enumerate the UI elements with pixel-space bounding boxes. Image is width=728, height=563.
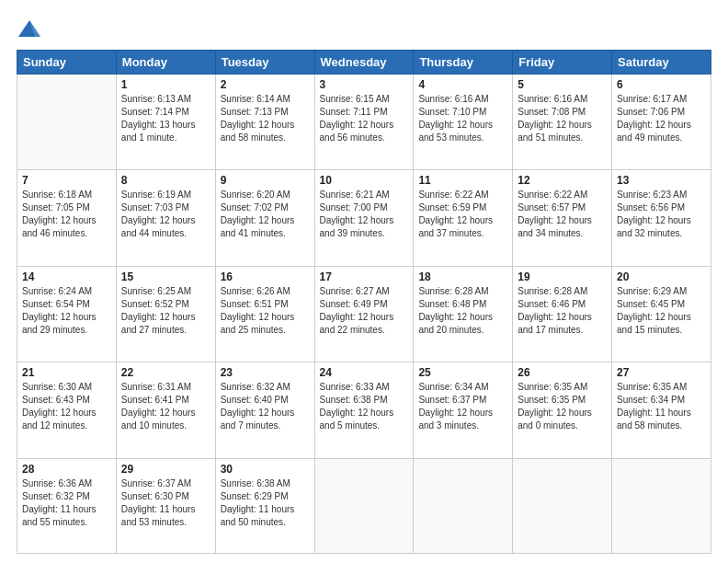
col-header-monday: Monday [116,51,215,75]
day-info: Sunrise: 6:35 AM Sunset: 6:34 PM Dayligh… [617,381,706,432]
calendar-cell: 6Sunrise: 6:17 AM Sunset: 7:06 PM Daylig… [612,75,711,170]
day-number: 21 [22,366,111,379]
day-number: 11 [418,174,507,187]
day-info: Sunrise: 6:21 AM Sunset: 7:00 PM Dayligh… [320,189,409,240]
calendar-week-row: 7Sunrise: 6:18 AM Sunset: 7:05 PM Daylig… [17,170,711,266]
day-number: 24 [320,366,409,379]
day-number: 19 [518,270,607,283]
day-number: 28 [22,463,111,476]
calendar-cell: 15Sunrise: 6:25 AM Sunset: 6:52 PM Dayli… [116,266,215,362]
day-info: Sunrise: 6:26 AM Sunset: 6:51 PM Dayligh… [221,285,310,337]
logo [17,17,46,42]
calendar-cell: 21Sunrise: 6:30 AM Sunset: 6:43 PM Dayli… [17,362,117,458]
calendar-cell: 25Sunrise: 6:34 AM Sunset: 6:37 PM Dayli… [414,362,513,458]
calendar-cell: 11Sunrise: 6:22 AM Sunset: 6:59 PM Dayli… [414,170,513,266]
calendar-cell: 1Sunrise: 6:13 AM Sunset: 7:14 PM Daylig… [116,75,215,170]
calendar-cell: 4Sunrise: 6:16 AM Sunset: 7:10 PM Daylig… [414,75,513,170]
day-info: Sunrise: 6:13 AM Sunset: 7:14 PM Dayligh… [121,93,210,144]
calendar-cell: 9Sunrise: 6:20 AM Sunset: 7:02 PM Daylig… [215,170,314,266]
calendar-cell: 14Sunrise: 6:24 AM Sunset: 6:54 PM Dayli… [17,266,117,362]
day-info: Sunrise: 6:29 AM Sunset: 6:45 PM Dayligh… [617,285,706,337]
page-header [17,17,711,42]
day-info: Sunrise: 6:35 AM Sunset: 6:35 PM Dayligh… [518,381,607,432]
calendar-cell: 3Sunrise: 6:15 AM Sunset: 7:11 PM Daylig… [314,75,414,170]
day-number: 3 [320,78,409,91]
day-number: 18 [418,270,507,283]
calendar-cell: 12Sunrise: 6:22 AM Sunset: 6:57 PM Dayli… [513,170,612,266]
day-info: Sunrise: 6:37 AM Sunset: 6:30 PM Dayligh… [121,477,210,529]
calendar-week-row: 28Sunrise: 6:36 AM Sunset: 6:32 PM Dayli… [17,458,711,553]
day-info: Sunrise: 6:16 AM Sunset: 7:08 PM Dayligh… [518,93,607,144]
day-info: Sunrise: 6:28 AM Sunset: 6:48 PM Dayligh… [418,285,507,337]
day-number: 6 [617,78,706,91]
day-info: Sunrise: 6:22 AM Sunset: 6:57 PM Dayligh… [518,189,607,240]
calendar-cell: 2Sunrise: 6:14 AM Sunset: 7:13 PM Daylig… [215,75,314,170]
day-info: Sunrise: 6:22 AM Sunset: 6:59 PM Dayligh… [418,189,507,240]
logo-icon [17,17,42,42]
calendar-cell: 18Sunrise: 6:28 AM Sunset: 6:48 PM Dayli… [414,266,513,362]
calendar-cell: 16Sunrise: 6:26 AM Sunset: 6:51 PM Dayli… [215,266,314,362]
calendar-cell: 26Sunrise: 6:35 AM Sunset: 6:35 PM Dayli… [513,362,612,458]
day-number: 12 [518,174,607,187]
day-number: 25 [418,366,507,379]
day-number: 9 [221,174,310,187]
calendar-cell [513,458,612,553]
day-number: 2 [221,78,310,91]
day-info: Sunrise: 6:19 AM Sunset: 7:03 PM Dayligh… [121,189,210,240]
day-info: Sunrise: 6:28 AM Sunset: 6:46 PM Dayligh… [518,285,607,337]
calendar-table: SundayMondayTuesdayWednesdayThursdayFrid… [17,50,711,554]
calendar-cell [612,458,711,553]
day-number: 16 [221,270,310,283]
calendar-cell: 13Sunrise: 6:23 AM Sunset: 6:56 PM Dayli… [612,170,711,266]
calendar-cell: 30Sunrise: 6:38 AM Sunset: 6:29 PM Dayli… [215,458,314,553]
calendar-cell [314,458,414,553]
day-number: 30 [221,463,310,476]
day-info: Sunrise: 6:14 AM Sunset: 7:13 PM Dayligh… [221,93,310,144]
day-info: Sunrise: 6:30 AM Sunset: 6:43 PM Dayligh… [22,381,111,432]
col-header-thursday: Thursday [414,51,513,75]
calendar-cell: 27Sunrise: 6:35 AM Sunset: 6:34 PM Dayli… [612,362,711,458]
calendar-cell: 22Sunrise: 6:31 AM Sunset: 6:41 PM Dayli… [116,362,215,458]
day-info: Sunrise: 6:31 AM Sunset: 6:41 PM Dayligh… [121,381,210,432]
calendar-cell [17,75,117,170]
day-info: Sunrise: 6:27 AM Sunset: 6:49 PM Dayligh… [320,285,409,337]
day-number: 1 [121,78,210,91]
col-header-sunday: Sunday [17,51,117,75]
calendar-cell: 7Sunrise: 6:18 AM Sunset: 7:05 PM Daylig… [17,170,117,266]
day-number: 4 [418,78,507,91]
calendar-cell [414,458,513,553]
calendar-week-row: 21Sunrise: 6:30 AM Sunset: 6:43 PM Dayli… [17,362,711,458]
col-header-saturday: Saturday [612,51,711,75]
calendar-cell: 8Sunrise: 6:19 AM Sunset: 7:03 PM Daylig… [116,170,215,266]
day-info: Sunrise: 6:16 AM Sunset: 7:10 PM Dayligh… [418,93,507,144]
calendar-cell: 20Sunrise: 6:29 AM Sunset: 6:45 PM Dayli… [612,266,711,362]
day-number: 5 [518,78,607,91]
day-info: Sunrise: 6:32 AM Sunset: 6:40 PM Dayligh… [221,381,310,432]
day-number: 8 [121,174,210,187]
day-info: Sunrise: 6:17 AM Sunset: 7:06 PM Dayligh… [617,93,706,144]
day-info: Sunrise: 6:25 AM Sunset: 6:52 PM Dayligh… [121,285,210,337]
day-info: Sunrise: 6:23 AM Sunset: 6:56 PM Dayligh… [617,189,706,240]
day-number: 14 [22,270,111,283]
calendar-cell: 19Sunrise: 6:28 AM Sunset: 6:46 PM Dayli… [513,266,612,362]
calendar-week-row: 1Sunrise: 6:13 AM Sunset: 7:14 PM Daylig… [17,75,711,170]
day-number: 15 [121,270,210,283]
day-number: 7 [22,174,111,187]
calendar-week-row: 14Sunrise: 6:24 AM Sunset: 6:54 PM Dayli… [17,266,711,362]
col-header-wednesday: Wednesday [314,51,414,75]
calendar-cell: 17Sunrise: 6:27 AM Sunset: 6:49 PM Dayli… [314,266,414,362]
calendar-header-row: SundayMondayTuesdayWednesdayThursdayFrid… [17,51,711,75]
day-number: 27 [617,366,706,379]
day-number: 23 [221,366,310,379]
day-info: Sunrise: 6:20 AM Sunset: 7:02 PM Dayligh… [221,189,310,240]
day-info: Sunrise: 6:15 AM Sunset: 7:11 PM Dayligh… [320,93,409,144]
day-info: Sunrise: 6:34 AM Sunset: 6:37 PM Dayligh… [418,381,507,432]
col-header-friday: Friday [513,51,612,75]
calendar-cell: 29Sunrise: 6:37 AM Sunset: 6:30 PM Dayli… [116,458,215,553]
day-info: Sunrise: 6:24 AM Sunset: 6:54 PM Dayligh… [22,285,111,337]
day-info: Sunrise: 6:36 AM Sunset: 6:32 PM Dayligh… [22,477,111,529]
calendar-cell: 5Sunrise: 6:16 AM Sunset: 7:08 PM Daylig… [513,75,612,170]
day-info: Sunrise: 6:33 AM Sunset: 6:38 PM Dayligh… [320,381,409,432]
day-info: Sunrise: 6:38 AM Sunset: 6:29 PM Dayligh… [221,477,310,529]
calendar-cell: 28Sunrise: 6:36 AM Sunset: 6:32 PM Dayli… [17,458,117,553]
